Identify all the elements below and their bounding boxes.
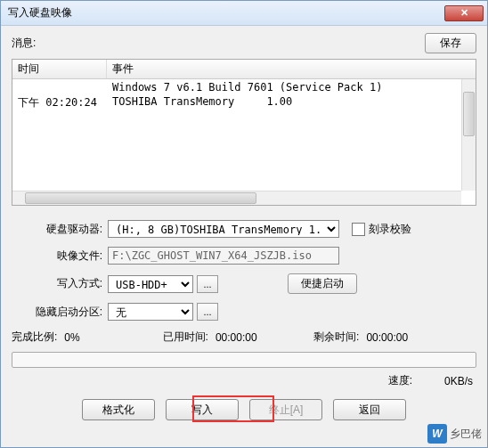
method-more-button[interactable]: ... xyxy=(197,275,218,293)
window-title: 写入硬盘映像 xyxy=(8,5,444,20)
logo-icon: W xyxy=(427,424,447,444)
verify-checkbox-wrap[interactable]: 刻录校验 xyxy=(348,222,411,237)
elapsed-label: 已用时间: xyxy=(163,330,216,345)
speed-row: 速度: 0KB/s xyxy=(12,373,476,388)
log-row: Windows 7 v6.1 Build 7601 (Service Pack … xyxy=(12,81,476,95)
image-label: 映像文件: xyxy=(12,248,108,264)
close-icon: ✕ xyxy=(460,7,468,19)
save-button[interactable]: 保存 xyxy=(425,33,476,53)
action-row: 格式化 写入 终止[A] 返回 xyxy=(12,399,476,420)
remain-label: 剩余时间: xyxy=(313,330,366,345)
log-panel: 时间 事件 Windows 7 v6.1 Build 7601 (Service… xyxy=(12,59,476,206)
log-header-time[interactable]: 时间 xyxy=(12,60,107,78)
titlebar: 写入硬盘映像 ✕ xyxy=(1,1,487,26)
quick-boot-button[interactable]: 便捷启动 xyxy=(288,273,357,294)
image-field[interactable] xyxy=(108,247,339,265)
hidden-more-button[interactable]: ... xyxy=(197,303,218,321)
progress-bar xyxy=(12,352,476,368)
message-label: 消息: xyxy=(12,36,425,51)
logo-text: 乡巴佬 xyxy=(450,427,482,442)
elapsed-value: 00:00:00 xyxy=(216,331,278,344)
verify-checkbox[interactable] xyxy=(352,223,365,236)
speed-value: 0KB/s xyxy=(444,375,473,387)
scrollbar-thumb[interactable] xyxy=(463,92,475,136)
drive-select[interactable]: (H:, 8 GB)TOSHIBA TransMemory 1.00 xyxy=(108,220,339,238)
percent-value: 0% xyxy=(64,331,126,344)
scrollbar-vertical[interactable] xyxy=(461,79,476,191)
method-label: 写入方式: xyxy=(12,276,108,291)
drive-label: 硬盘驱动器: xyxy=(12,222,108,237)
method-select[interactable]: USB-HDD+ xyxy=(108,275,193,293)
format-button[interactable]: 格式化 xyxy=(82,399,155,420)
scrollbar-horizontal[interactable] xyxy=(12,191,461,205)
hidden-label: 隐藏启动分区: xyxy=(12,305,108,320)
log-row: 下午 02:20:24 TOSHIBA TransMemory 1.00 xyxy=(12,95,476,110)
hidden-select[interactable]: 无 xyxy=(108,303,193,321)
log-body: Windows 7 v6.1 Build 7601 (Service Pack … xyxy=(12,79,476,112)
dialog-window: 写入硬盘映像 ✕ 消息: 保存 时间 事件 Windows 7 v6.1 Bui… xyxy=(0,0,488,448)
verify-label: 刻录校验 xyxy=(369,222,411,237)
scrollbar-thumb[interactable] xyxy=(25,192,256,204)
stats-row: 完成比例: 0% 已用时间: 00:00:00 剩余时间: 00:00:00 xyxy=(12,330,476,345)
write-button[interactable]: 写入 xyxy=(166,399,239,420)
back-button[interactable]: 返回 xyxy=(333,399,406,420)
remain-value: 00:00:00 xyxy=(366,331,428,344)
close-button[interactable]: ✕ xyxy=(444,5,484,21)
log-header: 时间 事件 xyxy=(12,60,476,79)
form: 硬盘驱动器: (H:, 8 GB)TOSHIBA TransMemory 1.0… xyxy=(12,220,476,321)
percent-label: 完成比例: xyxy=(12,330,64,345)
watermark-logo: W 乡巴佬 xyxy=(427,424,482,444)
speed-label: 速度: xyxy=(388,373,412,388)
abort-button: 终止[A] xyxy=(249,399,322,420)
content-area: 消息: 保存 时间 事件 Windows 7 v6.1 Build 7601 (… xyxy=(1,26,487,428)
log-header-event[interactable]: 事件 xyxy=(107,60,476,78)
